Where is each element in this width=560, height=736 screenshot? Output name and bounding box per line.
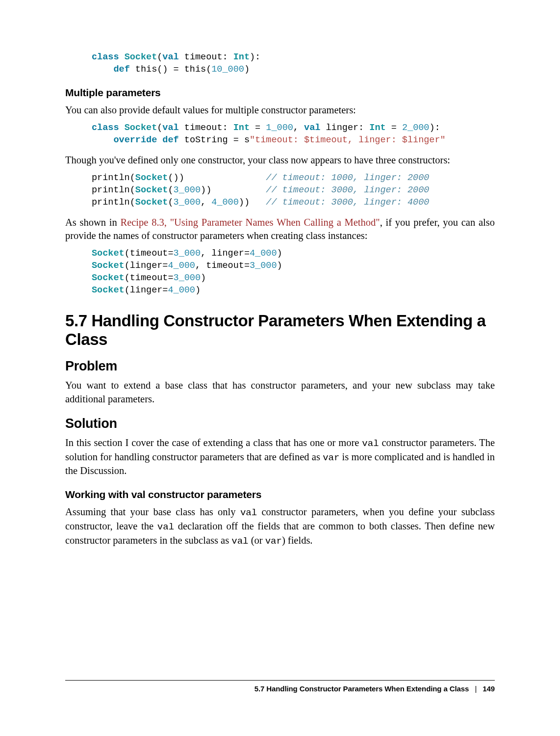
kw-class: class	[92, 52, 119, 62]
section-heading: 5.7 Handling Constructor Parameters When…	[65, 312, 495, 349]
paragraph-solution: In this section I cover the case of exte…	[65, 436, 495, 478]
heading-working-val: Working with val constructor parameters	[65, 489, 495, 500]
class-name: Socket	[125, 52, 157, 62]
paragraph-problem: You want to extend a base class that has…	[65, 379, 495, 406]
footer-title: 5.7 Handling Constructor Parameters When…	[255, 684, 469, 693]
recipe-link[interactable]: Recipe 8.3, "Using Parameter Names When …	[121, 217, 380, 228]
heading-solution: Solution	[65, 416, 495, 431]
code-val: val	[362, 438, 379, 449]
heading-multiple-parameters: Multiple parameters	[65, 87, 495, 99]
code-var: var	[323, 452, 339, 463]
footer-separator: |	[475, 684, 477, 693]
code-block-2: class Socket(val timeout: Int = 1_000, v…	[92, 122, 495, 147]
heading-problem: Problem	[65, 359, 495, 374]
code-block-4: Socket(timeout=3_000, linger=4_000) Sock…	[92, 248, 495, 297]
code-block-3: println(Socket()) // timeout: 1000, ling…	[92, 172, 495, 209]
paragraph-multi: You can also provide default values for …	[65, 104, 495, 117]
page: class Socket(val timeout: Int): def this…	[0, 0, 560, 736]
page-footer: 5.7 Handling Constructor Parameters When…	[65, 680, 495, 693]
paragraph-asshown: As shown in Recipe 8.3, "Using Parameter…	[65, 216, 495, 243]
paragraph-working: Assuming that your base class has only v…	[65, 505, 495, 548]
code-block-1: class Socket(val timeout: Int): def this…	[92, 52, 495, 76]
paragraph-though: Though you've defined only one construct…	[65, 154, 495, 167]
footer-page-number: 149	[483, 684, 495, 693]
